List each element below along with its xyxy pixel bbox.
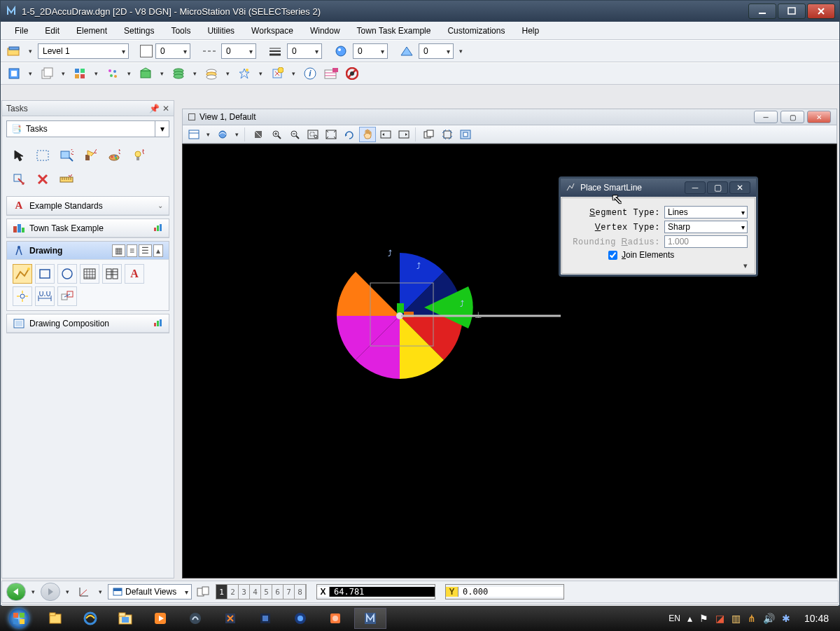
fit-view-icon[interactable] bbox=[323, 127, 340, 142]
dialog-minimize-button[interactable]: ─ bbox=[685, 181, 706, 194]
maximize-button[interactable] bbox=[778, 4, 806, 19]
tray-network-icon[interactable]: ⋔ bbox=[748, 613, 756, 624]
minimize-button[interactable] bbox=[748, 4, 776, 19]
view-number-switches[interactable]: 1 2 3 4 5 6 7 8 bbox=[216, 584, 307, 599]
delete-icon[interactable] bbox=[33, 169, 52, 189]
dropdown-icon[interactable]: ▾ bbox=[256, 70, 265, 77]
element-class-combo[interactable]: 0 bbox=[353, 43, 388, 59]
task-section-composition-header[interactable]: Drawing Composition bbox=[7, 314, 169, 333]
tray-battery-icon[interactable]: ▥ bbox=[732, 613, 741, 624]
taskbar-explorer-icon[interactable] bbox=[109, 608, 141, 629]
chevron-down-icon[interactable]: ▾ bbox=[155, 121, 169, 137]
view-minimize-button[interactable]: ─ bbox=[754, 111, 778, 123]
clip-mask-icon[interactable] bbox=[457, 127, 474, 142]
view-back-button[interactable] bbox=[6, 583, 26, 601]
tray-flag-icon[interactable]: ⚑ bbox=[699, 613, 708, 624]
layout-mode-icons[interactable]: ▦≡☰▴ bbox=[112, 244, 163, 257]
dropdown-icon[interactable]: ▾ bbox=[190, 70, 200, 77]
element-info-icon[interactable] bbox=[235, 64, 253, 83]
view-num-3[interactable]: 3 bbox=[239, 585, 250, 599]
x-coordinate-box[interactable]: X 64.781 bbox=[316, 584, 435, 599]
place-smartline-icon[interactable] bbox=[13, 264, 32, 284]
dropdown-icon[interactable]: ▾ bbox=[289, 70, 298, 77]
dimension-icon[interactable]: 0.0 bbox=[35, 286, 55, 306]
language-indicator[interactable]: EN bbox=[668, 613, 680, 623]
linestyle-combo[interactable]: 0 bbox=[221, 43, 256, 59]
element-selection-icon[interactable] bbox=[9, 146, 29, 165]
view-groups-icon[interactable] bbox=[195, 583, 213, 601]
taskbar-microstation-icon[interactable] bbox=[354, 608, 386, 629]
tray-shield-icon[interactable]: ◪ bbox=[715, 613, 724, 624]
dialog-close-button[interactable]: ✕ bbox=[729, 181, 750, 194]
apply-material-icon[interactable]: 4 bbox=[80, 146, 100, 165]
place-cell-icon[interactable] bbox=[102, 264, 122, 284]
level-manager-icon[interactable] bbox=[169, 64, 188, 83]
point-clouds-icon[interactable] bbox=[104, 64, 122, 83]
view-num-2[interactable]: 2 bbox=[227, 585, 239, 599]
taskbar-clock[interactable]: 10:48 bbox=[804, 613, 829, 624]
clip-volume-icon[interactable] bbox=[439, 127, 456, 142]
view-previous-icon[interactable] bbox=[377, 127, 394, 142]
move-icon[interactable] bbox=[57, 286, 77, 306]
zoom-out-icon[interactable] bbox=[286, 127, 303, 142]
dropdown-icon[interactable]: ▾ bbox=[456, 48, 465, 55]
task-section-drawing-header[interactable]: Drawing ▦≡☰▴ bbox=[7, 242, 169, 260]
menu-tools[interactable]: Tools bbox=[164, 23, 197, 39]
pan-view-icon[interactable] bbox=[359, 127, 376, 142]
references-icon[interactable] bbox=[38, 64, 56, 83]
dropdown-icon[interactable]: ▾ bbox=[29, 588, 38, 595]
dropdown-icon[interactable]: ▾ bbox=[232, 131, 241, 138]
raster-manager-icon[interactable] bbox=[71, 64, 89, 83]
tasks-selector[interactable]: 📑 Tasks ▾ bbox=[6, 120, 169, 137]
windows-taskbar[interactable]: EN ▴ ⚑ ◪ ▥ ⋔ 🔊 ✱ 10:48 bbox=[0, 606, 840, 631]
view-close-button[interactable]: ✕ bbox=[807, 111, 831, 123]
taskbar-app3-icon[interactable] bbox=[249, 608, 281, 629]
task-section-example-header[interactable]: A Example Standards ⌄ bbox=[7, 197, 169, 215]
menu-workspace[interactable]: Workspace bbox=[244, 23, 300, 39]
lineweight-combo[interactable]: 0 bbox=[287, 43, 322, 59]
copy-view-icon[interactable] bbox=[421, 127, 438, 142]
menu-customizations[interactable]: Customizations bbox=[440, 23, 512, 39]
x-value[interactable]: 64.781 bbox=[330, 587, 435, 597]
view-previous-icon[interactable]: 3 bbox=[57, 146, 76, 165]
tray-bluetooth-icon[interactable]: ✱ bbox=[782, 613, 790, 624]
view-attributes-icon[interactable] bbox=[186, 127, 202, 142]
place-pattern-icon[interactable] bbox=[80, 264, 99, 284]
view-num-7[interactable]: 7 bbox=[284, 585, 295, 599]
dropdown-icon[interactable]: ▾ bbox=[63, 588, 72, 595]
tray-volume-icon[interactable]: 🔊 bbox=[763, 613, 775, 624]
menu-element[interactable]: Element bbox=[69, 23, 114, 39]
view-num-4[interactable]: 4 bbox=[250, 585, 261, 599]
close-panel-icon[interactable]: ✕ bbox=[162, 104, 169, 113]
view-num-6[interactable]: 6 bbox=[272, 585, 284, 599]
system-tray[interactable]: EN ▴ ⚑ ◪ ▥ ⋔ 🔊 ✱ 10:48 bbox=[668, 613, 836, 624]
view-num-5[interactable]: 5 bbox=[261, 585, 272, 599]
light-icon[interactable]: 6 bbox=[128, 146, 148, 165]
cells-icon[interactable] bbox=[268, 64, 286, 83]
taskbar-app4-icon[interactable] bbox=[284, 608, 316, 629]
taskbar-media-icon[interactable] bbox=[144, 608, 176, 629]
dropdown-icon[interactable]: ▾ bbox=[96, 588, 105, 595]
y-coordinate-box[interactable]: Y 0.000 bbox=[445, 584, 564, 599]
taskbar-ie-icon[interactable] bbox=[74, 608, 106, 629]
dialog-expand-icon[interactable]: ▾ bbox=[743, 261, 748, 270]
view-next-icon[interactable] bbox=[396, 127, 412, 142]
view-maximize-button[interactable]: ▢ bbox=[780, 111, 804, 123]
popset-disable-icon[interactable] bbox=[343, 64, 361, 83]
menu-window[interactable]: Window bbox=[303, 23, 347, 39]
dropdown-icon[interactable]: ▾ bbox=[125, 70, 134, 77]
active-level-combo[interactable]: Level 1 bbox=[38, 43, 129, 59]
level-display-icon[interactable] bbox=[202, 64, 220, 83]
toggle-accudraw-icon[interactable] bbox=[322, 64, 340, 83]
dropdown-icon[interactable]: ▾ bbox=[59, 70, 68, 77]
paint-icon[interactable]: 5 bbox=[104, 146, 124, 165]
default-views-combo[interactable]: Default Views bbox=[108, 584, 192, 599]
menu-file[interactable]: File bbox=[8, 23, 35, 39]
menu-help[interactable]: Help bbox=[514, 23, 546, 39]
tray-chevron-icon[interactable]: ▴ bbox=[687, 613, 692, 624]
place-block-icon[interactable] bbox=[35, 264, 55, 284]
place-fence-icon[interactable] bbox=[33, 146, 52, 165]
dropdown-icon[interactable]: ▾ bbox=[26, 70, 35, 77]
join-elements-checkbox[interactable] bbox=[608, 251, 617, 260]
taskbar-app2-icon[interactable] bbox=[214, 608, 246, 629]
